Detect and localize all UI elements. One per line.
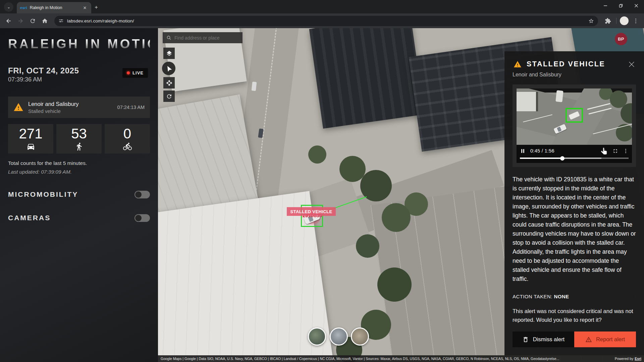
bicycle-count: 0 bbox=[123, 127, 131, 141]
compass-tool[interactable] bbox=[162, 62, 175, 75]
extensions-icon[interactable] bbox=[603, 16, 613, 26]
toggle-knob bbox=[135, 215, 142, 221]
vehicle-count: 271 bbox=[19, 127, 42, 141]
video-trees bbox=[517, 88, 519, 91]
panel-buttons: Dismiss alert Report alert bbox=[513, 331, 636, 347]
progress-track[interactable] bbox=[520, 158, 629, 159]
esri-favicon: esri bbox=[20, 6, 27, 10]
cyclist-icon bbox=[123, 142, 132, 151]
stat-bicycles: 0 bbox=[105, 124, 150, 154]
bookmark-star-icon[interactable] bbox=[588, 18, 594, 24]
car-icon bbox=[26, 142, 35, 151]
tab-search-chevron-icon[interactable]: ⌄ bbox=[4, 2, 13, 12]
alert-list-item[interactable]: Lenoir and Salisbury Stalled vehicle 07:… bbox=[8, 97, 150, 118]
toolbar-divider bbox=[616, 18, 616, 24]
video-frame[interactable] bbox=[517, 88, 632, 145]
panel-subtitle: Lenoir and Salisbury bbox=[513, 72, 636, 78]
profile-avatar[interactable] bbox=[620, 16, 629, 25]
close-window-button[interactable] bbox=[629, 0, 644, 11]
back-icon[interactable] bbox=[3, 16, 13, 26]
forward-icon[interactable] bbox=[15, 16, 25, 26]
live-dot-icon bbox=[127, 71, 130, 74]
video-menu-icon[interactable] bbox=[623, 148, 629, 154]
dismiss-alert-button[interactable]: Dismiss alert bbox=[513, 331, 574, 347]
compass-icon bbox=[164, 64, 173, 73]
reload-icon[interactable] bbox=[28, 16, 38, 26]
video-player[interactable]: 0:45 / 1:56 bbox=[517, 88, 632, 163]
pedestrian-count: 53 bbox=[71, 127, 87, 141]
cameras-toggle[interactable] bbox=[135, 214, 150, 222]
close-icon[interactable] bbox=[628, 61, 635, 68]
minimize-button[interactable] bbox=[598, 0, 613, 11]
user-avatar[interactable]: BP bbox=[615, 33, 627, 45]
alert-detail-panel: STALLED VEHICLE Lenoir and Salisbury bbox=[504, 51, 644, 355]
browser-menu-icon[interactable] bbox=[631, 16, 641, 26]
live-label: LIVE bbox=[132, 70, 144, 75]
stats-row: 271 53 0 bbox=[8, 124, 150, 154]
video-card: 0:45 / 1:56 bbox=[513, 84, 636, 167]
map-search-input[interactable] bbox=[174, 35, 239, 41]
pan-tool[interactable] bbox=[163, 77, 175, 88]
esri-link[interactable]: Esri bbox=[635, 357, 641, 361]
micromobility-row: MICROMOBILITY bbox=[8, 190, 150, 198]
powered-by-text: Powered by bbox=[615, 357, 633, 361]
micromobility-label: MICROMOBILITY bbox=[8, 190, 78, 198]
pedestrian-icon bbox=[75, 142, 84, 151]
toggle-knob bbox=[135, 191, 142, 198]
video-building bbox=[517, 92, 538, 111]
totals-note: Total counts for the last 5 minutes. bbox=[8, 160, 150, 166]
video-tracking-box bbox=[566, 108, 583, 123]
action-taken-value: NONE bbox=[554, 294, 569, 299]
action-taken-label: ACTION TAKEN: bbox=[513, 294, 552, 299]
warning-icon bbox=[513, 60, 523, 68]
layers-icon bbox=[166, 50, 172, 57]
report-alert-button[interactable]: Report alert bbox=[574, 331, 636, 347]
trash-icon bbox=[522, 336, 529, 343]
warning-icon bbox=[13, 102, 23, 112]
map-attribution-bar: Google Maps | Google | Data SIO, NOAA, U… bbox=[158, 355, 644, 362]
datetime-block: FRI, OCT 24, 2025 07:39:36 AM LIVE bbox=[8, 66, 150, 83]
progress-played bbox=[520, 158, 562, 159]
action-taken-row: ACTION TAKEN: NONE bbox=[513, 294, 636, 299]
progress-handle[interactable] bbox=[560, 156, 565, 161]
sidebar: RALEIGH IN MOTION FRI, OCT 24, 2025 07:3… bbox=[0, 28, 158, 362]
basemap-thumbnail[interactable] bbox=[330, 327, 348, 346]
maximize-button[interactable] bbox=[613, 0, 629, 11]
micromobility-toggle[interactable] bbox=[135, 191, 150, 198]
video-timestamp: 0:45 / 1:56 bbox=[530, 148, 554, 154]
tab-title: Raleigh in Motion bbox=[30, 5, 79, 10]
alert-description: The vehicle with ID 2910835 is a white c… bbox=[513, 175, 636, 284]
panel-header: STALLED VEHICLE bbox=[513, 60, 636, 68]
alert-event: Stalled vehicle bbox=[28, 108, 78, 114]
site-info-icon[interactable] bbox=[58, 18, 64, 23]
window-controls bbox=[598, 0, 644, 11]
stat-vehicles: 271 bbox=[8, 124, 53, 154]
alert-location: Lenoir and Salisbury bbox=[28, 101, 78, 107]
pause-icon[interactable] bbox=[520, 148, 526, 154]
cameras-row: CAMERAS bbox=[8, 214, 150, 222]
video-car bbox=[555, 90, 563, 102]
map-search-box[interactable] bbox=[163, 32, 243, 43]
rotate-tool[interactable] bbox=[163, 90, 175, 102]
basemap-thumbnail[interactable] bbox=[351, 327, 369, 346]
video-progress[interactable] bbox=[517, 157, 632, 163]
address-bar[interactable]: labsdev.esri.com/raleigh-motion/ bbox=[54, 16, 598, 26]
mouse-cursor-hand bbox=[600, 147, 608, 156]
url-text[interactable]: labsdev.esri.com/raleigh-motion/ bbox=[67, 18, 585, 23]
browser-tab[interactable]: esri Raleigh in Motion ✕ bbox=[17, 2, 91, 13]
fullscreen-icon[interactable] bbox=[612, 148, 618, 154]
home-icon[interactable] bbox=[40, 16, 50, 26]
stalled-vehicle-label: STALLED VEHICLE bbox=[287, 207, 336, 216]
page-content: RALEIGH IN MOTION FRI, OCT 24, 2025 07:3… bbox=[0, 28, 644, 362]
dismiss-alert-label: Dismiss alert bbox=[533, 336, 565, 343]
page-title: RALEIGH IN MOTION bbox=[8, 37, 150, 51]
basemap-thumbnail[interactable] bbox=[308, 327, 326, 346]
stat-pedestrians: 53 bbox=[56, 124, 102, 154]
tab-close-icon[interactable]: ✕ bbox=[82, 5, 88, 11]
attribution-text: Google Maps | Google | Data SIO, NOAA, U… bbox=[161, 357, 559, 361]
new-tab-button[interactable]: + bbox=[95, 4, 98, 11]
report-question: This alert was not considered critical a… bbox=[513, 307, 636, 324]
rotate-icon bbox=[166, 93, 172, 100]
live-badge: LIVE bbox=[122, 68, 148, 78]
report-alert-label: Report alert bbox=[596, 336, 625, 343]
